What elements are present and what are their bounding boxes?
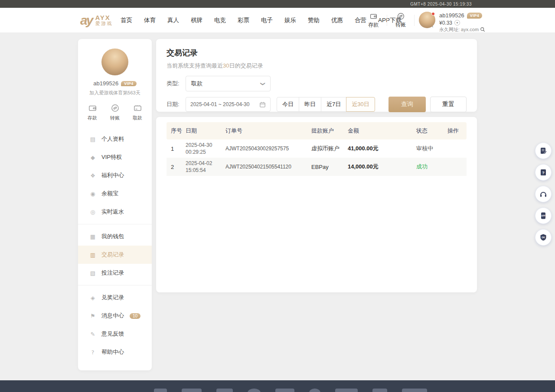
brand-logo[interactable]: ay AYX 爱游戏: [80, 14, 113, 27]
menu-label: 投注记录: [101, 269, 124, 277]
magnifier-icon[interactable]: [480, 27, 485, 32]
nav-entertainment[interactable]: 娱乐: [284, 16, 296, 24]
reset-button[interactable]: 重置: [430, 97, 467, 112]
money-pot-icon: ◉: [89, 191, 96, 197]
cell-date: 2025-04-02 15:05:54: [186, 160, 225, 174]
menu-yuebao[interactable]: ◉ 余额宝: [78, 185, 152, 203]
menu-welfare-center[interactable]: ❖ 福利中心: [78, 166, 152, 185]
col-no: 序号: [166, 127, 186, 135]
id-card-icon: ▤: [89, 136, 96, 143]
calendar-icon: [259, 101, 266, 108]
gift-icon: ❖: [89, 172, 96, 179]
menu-personal-info[interactable]: ▤ 个人资料: [78, 130, 152, 148]
type-label: 类型:: [166, 80, 186, 87]
permanent-domain: 永久网址: ayx.com: [439, 26, 479, 33]
nav-sponsor[interactable]: 赞助: [308, 16, 320, 24]
sidebar-transfer-button[interactable]: 转账: [110, 104, 120, 121]
nav-live[interactable]: 真人: [167, 16, 179, 24]
svg-text:?: ?: [542, 170, 545, 175]
partner-logo: [275, 389, 294, 392]
page-title: 交易记录: [166, 48, 467, 58]
menu-feedback[interactable]: ✎ 意见反馈: [78, 325, 152, 343]
menu-label: 交易记录: [101, 251, 124, 259]
menu-label: 余额宝: [101, 190, 118, 198]
footer: [0, 380, 555, 392]
quick-date-yesterday[interactable]: 昨日: [299, 97, 321, 112]
security-ok-shield-icon: OK: [539, 233, 548, 242]
gem-icon: ◆: [89, 154, 96, 161]
betting-record-icon: ▧: [89, 270, 96, 276]
sidebar-deposit-label: 存款: [88, 115, 97, 121]
partner-logo: [182, 389, 202, 392]
transaction-record-icon: ▥: [89, 252, 96, 258]
nav-esports[interactable]: 电竞: [214, 16, 226, 24]
sidebar-withdraw-label: 取款: [133, 115, 142, 121]
sidebar-withdraw-button[interactable]: 取款: [133, 104, 142, 121]
help-icon: ?: [89, 349, 96, 356]
feedback-note-icon: [539, 146, 548, 155]
svg-text:OK: OK: [542, 236, 545, 239]
menu-betting-records[interactable]: ▧ 投注记录: [78, 264, 152, 282]
nav-home[interactable]: 首页: [121, 16, 132, 24]
customer-service-button[interactable]: [535, 186, 552, 202]
deposit-button[interactable]: 存款: [364, 12, 382, 29]
type-select[interactable]: 取款 ❯: [186, 76, 271, 91]
feedback-note-button[interactable]: [535, 143, 552, 159]
menu-my-wallet[interactable]: ▦ 我的钱包: [78, 227, 152, 246]
svg-text:APP: APP: [541, 215, 545, 217]
quick-date-7days[interactable]: 近7日: [321, 97, 346, 112]
cell-order: AJWT202504021505541120: [225, 164, 311, 170]
logo-cn-text: 爱游戏: [95, 21, 113, 26]
cell-account: 虚拟币账户: [311, 145, 348, 152]
date-range-value: 2025-04-01 ~ 2025-04-30: [190, 101, 249, 107]
menu-label: 我的钱包: [101, 233, 124, 240]
security-ok-button[interactable]: OK: [535, 229, 552, 246]
quick-date-today[interactable]: 今日: [277, 97, 299, 112]
transfer-label: 转账: [395, 21, 406, 29]
menu-realtime-rebate[interactable]: ◎ 实时返水: [78, 203, 152, 221]
message-count-badge: 10: [130, 313, 140, 319]
menu-transaction-records[interactable]: ▥ 交易记录: [78, 246, 152, 264]
profile-vip-badge: VIP4: [121, 81, 137, 86]
menu-help-center[interactable]: ? 帮助中心: [78, 343, 152, 361]
user-avatar[interactable]: [419, 12, 435, 28]
cell-status: 成功: [416, 163, 447, 171]
sidebar-deposit-button[interactable]: 存款: [88, 104, 97, 121]
search-button[interactable]: 查询: [388, 97, 426, 112]
top-utility-bar: GMT+8 2025-04-30 15:19:33: [0, 0, 555, 8]
transfer-button[interactable]: 转账: [392, 12, 410, 29]
partner-logo: [154, 389, 167, 392]
rebate-icon: ◎: [89, 209, 96, 215]
app-download-button[interactable]: APP: [535, 207, 552, 224]
cell-date-time: 00:29:25: [186, 149, 206, 155]
date-range-input[interactable]: 2025-04-01 ~ 2025-04-30: [186, 97, 271, 112]
help-book-button[interactable]: ?: [535, 164, 552, 181]
sidebar: ab199526 VIP4 加入爱游戏体育第563天 存款 转账: [78, 39, 152, 370]
partner-logo: [335, 389, 358, 392]
nav-promo[interactable]: 优惠: [331, 16, 343, 24]
cell-date-day: 2025-04-02: [186, 160, 212, 166]
table-row: 1 2025-04-30 00:29:25 AJWT20250430029257…: [166, 139, 467, 158]
balance: ¥0.33: [439, 19, 452, 26]
header-user-block: ab199526 VIP4 ¥0.33 ▼ 永久网址: ayx.com: [419, 12, 485, 33]
joined-days: 加入爱游戏体育第563天: [78, 90, 152, 96]
cell-status: 审核中: [416, 145, 447, 152]
balance-refresh-icon[interactable]: ▼: [454, 20, 460, 26]
nav-sports[interactable]: 体育: [144, 16, 156, 24]
nav-slots[interactable]: 电子: [261, 16, 273, 24]
menu-label: 兑奖记录: [101, 294, 124, 301]
menu-vip-privilege[interactable]: ◆ VIP特权: [78, 148, 152, 166]
quick-date-30days[interactable]: 近30日: [346, 97, 375, 112]
profile-username: ab199526: [93, 80, 118, 87]
menu-prize-records[interactable]: ◈ 兑奖记录: [78, 288, 152, 307]
col-action: 操作: [447, 127, 467, 135]
nav-cards[interactable]: 棋牌: [191, 16, 202, 24]
nav-lottery[interactable]: 彩票: [238, 16, 249, 24]
col-order: 订单号: [225, 127, 311, 135]
megaphone-icon: ⚑: [89, 313, 96, 319]
cell-account: EBPay: [311, 164, 348, 170]
menu-message-center[interactable]: ⚑ 消息中心 10: [78, 307, 152, 325]
table-row: 2 2025-04-02 15:05:54 AJWT20250402150554…: [166, 158, 467, 176]
prize-icon: ◈: [89, 295, 96, 301]
server-time: GMT+8 2025-04-30 15:19:33: [410, 2, 472, 6]
